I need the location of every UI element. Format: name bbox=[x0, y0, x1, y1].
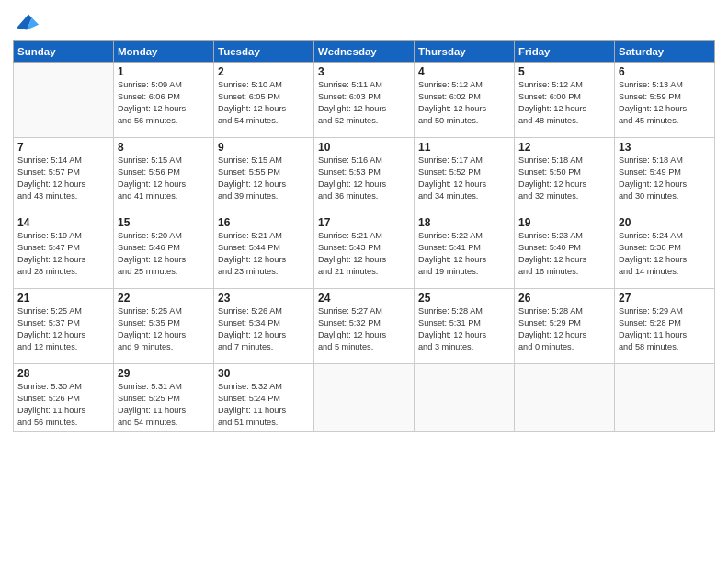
day-number: 18 bbox=[418, 216, 510, 229]
calendar-week-2: 7Sunrise: 5:14 AM Sunset: 5:57 PM Daylig… bbox=[14, 138, 715, 213]
logo-icon bbox=[15, 9, 40, 35]
weekday-header-wednesday: Wednesday bbox=[314, 41, 415, 63]
calendar-cell: 21Sunrise: 5:25 AM Sunset: 5:37 PM Dayli… bbox=[14, 289, 114, 364]
day-number: 29 bbox=[118, 367, 210, 380]
calendar-cell bbox=[314, 364, 415, 432]
day-info: Sunrise: 5:21 AM Sunset: 5:44 PM Dayligh… bbox=[218, 230, 310, 278]
calendar-cell: 16Sunrise: 5:21 AM Sunset: 5:44 PM Dayli… bbox=[214, 213, 314, 289]
day-info: Sunrise: 5:11 AM Sunset: 6:03 PM Dayligh… bbox=[318, 79, 410, 127]
page-header bbox=[13, 9, 715, 35]
day-number: 4 bbox=[418, 65, 510, 78]
weekday-header-sunday: Sunday bbox=[14, 41, 114, 63]
day-info: Sunrise: 5:19 AM Sunset: 5:47 PM Dayligh… bbox=[17, 230, 109, 278]
calendar-cell: 24Sunrise: 5:27 AM Sunset: 5:32 PM Dayli… bbox=[314, 289, 415, 364]
calendar-cell: 23Sunrise: 5:26 AM Sunset: 5:34 PM Dayli… bbox=[214, 289, 314, 364]
day-number: 1 bbox=[118, 65, 210, 78]
logo bbox=[13, 13, 40, 35]
day-number: 20 bbox=[619, 216, 711, 229]
calendar-week-5: 28Sunrise: 5:30 AM Sunset: 5:26 PM Dayli… bbox=[14, 364, 715, 432]
day-info: Sunrise: 5:32 AM Sunset: 5:24 PM Dayligh… bbox=[218, 381, 310, 429]
day-info: Sunrise: 5:24 AM Sunset: 5:38 PM Dayligh… bbox=[619, 230, 711, 278]
day-number: 19 bbox=[518, 216, 610, 229]
calendar-cell: 27Sunrise: 5:29 AM Sunset: 5:28 PM Dayli… bbox=[615, 289, 715, 364]
day-number: 15 bbox=[118, 216, 210, 229]
day-number: 12 bbox=[518, 141, 610, 154]
day-number: 21 bbox=[17, 292, 109, 304]
day-number: 11 bbox=[418, 141, 510, 154]
day-info: Sunrise: 5:25 AM Sunset: 5:37 PM Dayligh… bbox=[17, 305, 109, 353]
calendar-cell: 28Sunrise: 5:30 AM Sunset: 5:26 PM Dayli… bbox=[14, 364, 114, 432]
day-info: Sunrise: 5:18 AM Sunset: 5:49 PM Dayligh… bbox=[619, 155, 711, 202]
day-info: Sunrise: 5:09 AM Sunset: 6:06 PM Dayligh… bbox=[118, 79, 210, 127]
calendar-cell: 29Sunrise: 5:31 AM Sunset: 5:25 PM Dayli… bbox=[114, 364, 214, 432]
day-number: 13 bbox=[619, 141, 711, 154]
calendar-cell: 26Sunrise: 5:28 AM Sunset: 5:29 PM Dayli… bbox=[515, 289, 615, 364]
day-number: 2 bbox=[218, 65, 310, 78]
day-number: 7 bbox=[17, 141, 109, 154]
day-info: Sunrise: 5:16 AM Sunset: 5:53 PM Dayligh… bbox=[318, 155, 410, 202]
calendar-cell: 10Sunrise: 5:16 AM Sunset: 5:53 PM Dayli… bbox=[314, 138, 415, 213]
calendar-cell: 17Sunrise: 5:21 AM Sunset: 5:43 PM Dayli… bbox=[314, 213, 415, 289]
calendar-cell bbox=[415, 364, 515, 432]
calendar-cell: 7Sunrise: 5:14 AM Sunset: 5:57 PM Daylig… bbox=[14, 138, 114, 213]
day-number: 24 bbox=[318, 292, 410, 304]
calendar-cell bbox=[515, 364, 615, 432]
calendar-cell bbox=[615, 364, 715, 432]
calendar-cell: 4Sunrise: 5:12 AM Sunset: 6:02 PM Daylig… bbox=[415, 63, 515, 138]
calendar-cell: 25Sunrise: 5:28 AM Sunset: 5:31 PM Dayli… bbox=[415, 289, 515, 364]
calendar-table: SundayMondayTuesdayWednesdayThursdayFrid… bbox=[13, 40, 715, 432]
day-info: Sunrise: 5:30 AM Sunset: 5:26 PM Dayligh… bbox=[17, 381, 109, 429]
day-number: 6 bbox=[619, 65, 711, 78]
day-number: 23 bbox=[218, 292, 310, 304]
weekday-header-saturday: Saturday bbox=[615, 41, 715, 63]
day-info: Sunrise: 5:22 AM Sunset: 5:41 PM Dayligh… bbox=[418, 230, 510, 278]
day-number: 25 bbox=[418, 292, 510, 304]
day-number: 27 bbox=[619, 292, 711, 304]
day-number: 30 bbox=[218, 367, 310, 380]
day-info: Sunrise: 5:10 AM Sunset: 6:05 PM Dayligh… bbox=[218, 79, 310, 127]
day-number: 8 bbox=[118, 141, 210, 154]
calendar-cell: 3Sunrise: 5:11 AM Sunset: 6:03 PM Daylig… bbox=[314, 63, 415, 138]
calendar-cell: 19Sunrise: 5:23 AM Sunset: 5:40 PM Dayli… bbox=[515, 213, 615, 289]
day-info: Sunrise: 5:28 AM Sunset: 5:31 PM Dayligh… bbox=[418, 305, 510, 353]
day-number: 9 bbox=[218, 141, 310, 154]
day-number: 16 bbox=[218, 216, 310, 229]
calendar-cell: 1Sunrise: 5:09 AM Sunset: 6:06 PM Daylig… bbox=[114, 63, 214, 138]
day-info: Sunrise: 5:29 AM Sunset: 5:28 PM Dayligh… bbox=[619, 305, 711, 353]
day-info: Sunrise: 5:25 AM Sunset: 5:35 PM Dayligh… bbox=[118, 305, 210, 353]
weekday-header-row: SundayMondayTuesdayWednesdayThursdayFrid… bbox=[14, 41, 715, 63]
day-info: Sunrise: 5:17 AM Sunset: 5:52 PM Dayligh… bbox=[418, 155, 510, 202]
calendar-week-1: 1Sunrise: 5:09 AM Sunset: 6:06 PM Daylig… bbox=[14, 63, 715, 138]
day-info: Sunrise: 5:12 AM Sunset: 6:00 PM Dayligh… bbox=[518, 79, 610, 127]
weekday-header-tuesday: Tuesday bbox=[214, 41, 314, 63]
day-info: Sunrise: 5:14 AM Sunset: 5:57 PM Dayligh… bbox=[17, 155, 109, 202]
day-info: Sunrise: 5:28 AM Sunset: 5:29 PM Dayligh… bbox=[518, 305, 610, 353]
day-number: 14 bbox=[17, 216, 109, 229]
day-info: Sunrise: 5:20 AM Sunset: 5:46 PM Dayligh… bbox=[118, 230, 210, 278]
day-info: Sunrise: 5:23 AM Sunset: 5:40 PM Dayligh… bbox=[518, 230, 610, 278]
weekday-header-thursday: Thursday bbox=[415, 41, 515, 63]
day-number: 26 bbox=[518, 292, 610, 304]
calendar-cell: 5Sunrise: 5:12 AM Sunset: 6:00 PM Daylig… bbox=[515, 63, 615, 138]
calendar-cell: 22Sunrise: 5:25 AM Sunset: 5:35 PM Dayli… bbox=[114, 289, 214, 364]
calendar-week-3: 14Sunrise: 5:19 AM Sunset: 5:47 PM Dayli… bbox=[14, 213, 715, 289]
calendar-cell: 2Sunrise: 5:10 AM Sunset: 6:05 PM Daylig… bbox=[214, 63, 314, 138]
calendar-cell: 6Sunrise: 5:13 AM Sunset: 5:59 PM Daylig… bbox=[615, 63, 715, 138]
calendar-cell: 18Sunrise: 5:22 AM Sunset: 5:41 PM Dayli… bbox=[415, 213, 515, 289]
day-number: 17 bbox=[318, 216, 410, 229]
calendar-cell: 13Sunrise: 5:18 AM Sunset: 5:49 PM Dayli… bbox=[615, 138, 715, 213]
day-info: Sunrise: 5:31 AM Sunset: 5:25 PM Dayligh… bbox=[118, 381, 210, 429]
calendar-cell: 30Sunrise: 5:32 AM Sunset: 5:24 PM Dayli… bbox=[214, 364, 314, 432]
calendar-cell: 14Sunrise: 5:19 AM Sunset: 5:47 PM Dayli… bbox=[14, 213, 114, 289]
calendar-cell: 9Sunrise: 5:15 AM Sunset: 5:55 PM Daylig… bbox=[214, 138, 314, 213]
day-number: 22 bbox=[118, 292, 210, 304]
calendar-week-4: 21Sunrise: 5:25 AM Sunset: 5:37 PM Dayli… bbox=[14, 289, 715, 364]
calendar-cell: 11Sunrise: 5:17 AM Sunset: 5:52 PM Dayli… bbox=[415, 138, 515, 213]
day-number: 28 bbox=[17, 367, 109, 380]
day-info: Sunrise: 5:15 AM Sunset: 5:55 PM Dayligh… bbox=[218, 155, 310, 202]
weekday-header-friday: Friday bbox=[515, 41, 615, 63]
calendar-cell: 15Sunrise: 5:20 AM Sunset: 5:46 PM Dayli… bbox=[114, 213, 214, 289]
calendar-cell: 20Sunrise: 5:24 AM Sunset: 5:38 PM Dayli… bbox=[615, 213, 715, 289]
calendar-cell bbox=[14, 63, 114, 138]
day-info: Sunrise: 5:21 AM Sunset: 5:43 PM Dayligh… bbox=[318, 230, 410, 278]
